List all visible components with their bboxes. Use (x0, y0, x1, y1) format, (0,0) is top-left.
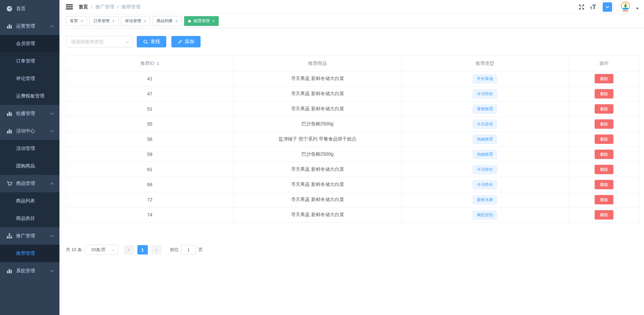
delete-button[interactable]: 删除 (595, 89, 613, 99)
chevron-down-icon (50, 112, 54, 115)
sidebar-item-label: 商品管理 (16, 181, 35, 187)
sidebar-item-label: 评论管理 (16, 76, 35, 82)
delete-button[interactable]: 删除 (595, 104, 613, 114)
column-header-action: 操作 (568, 56, 640, 71)
tab-comments[interactable]: 评论管理 × (121, 16, 150, 26)
main-area: 首页 / 推广管理 / 推荐管理 TT (59, 0, 644, 315)
sidebar-item-label: 商品列表 (16, 198, 35, 204)
sidebar-item-label: 首页 (16, 6, 26, 12)
close-icon[interactable]: × (212, 19, 215, 23)
sidebar-item-label: 轮播管理 (16, 111, 35, 117)
sidebar-item-products[interactable]: 商品管理 (0, 175, 59, 192)
breadcrumb-separator: / (117, 4, 119, 10)
cell-product: 巴沙鱼柳2500g (233, 117, 401, 132)
breadcrumb-promotion[interactable]: 推广管理 (95, 4, 114, 10)
chevron-down-icon (111, 249, 115, 251)
tab-recommend-manage[interactable]: 推荐管理 × (184, 16, 219, 26)
table-row: 72 寻天果蔬 新鲜冬储大白菜 新鲜水果 删除 (66, 192, 640, 207)
total-count: 共 10 条 (66, 247, 82, 253)
cell-id: 41 (66, 71, 233, 86)
delete-button[interactable]: 删除 (595, 134, 613, 144)
delete-button[interactable]: 删除 (595, 74, 613, 83)
layout-dropdown-button[interactable] (601, 1, 614, 13)
sidebar-item-activity-center[interactable]: 活动中心 (0, 122, 59, 140)
sidebar-item-product-category[interactable]: 商品类目 (0, 210, 59, 227)
chevron-up-icon (50, 235, 54, 237)
type-tag: 新鲜水果 (473, 195, 497, 204)
delete-button[interactable]: 删除 (595, 180, 613, 189)
type-tag: 今日特价 (473, 180, 497, 189)
sidebar-item-label: 运营管理 (16, 23, 35, 29)
sidebar-item-system[interactable]: 系统管理 (0, 262, 59, 280)
sidebar-item-promotion[interactable]: 推广管理 (0, 227, 59, 245)
topbar-actions: TT (578, 0, 639, 14)
chevron-down-icon (603, 2, 612, 12)
sidebar-item-recommend-manage[interactable]: 推荐管理 (0, 245, 59, 262)
sidebar-item-home[interactable]: 首页 (0, 0, 59, 17)
type-tag: 今日特价 (473, 89, 497, 99)
type-tag: 热销推荐 (473, 135, 497, 144)
avatar[interactable] (619, 0, 632, 14)
goto-page-input[interactable] (181, 245, 196, 254)
sidebar-item-members[interactable]: 会员管理 (0, 35, 59, 52)
tab-product-list[interactable]: 商品列表 × (153, 16, 182, 26)
type-tag: 热销推荐 (473, 150, 497, 159)
sidebar-item-label: 订单管理 (16, 58, 35, 64)
filter-toolbar: 查找 添加 (66, 36, 640, 47)
sidebar-item-group-buy[interactable]: 团购商品 (0, 157, 59, 175)
sort-icon[interactable] (157, 62, 159, 66)
tab-home[interactable]: 首页 × (66, 16, 87, 26)
close-icon[interactable]: × (144, 19, 146, 23)
table-row: 74 寻天果蔬 新鲜冬储大白菜 疯狂折扣 删除 (66, 207, 640, 223)
sidebar-item-freight-template[interactable]: 运费模板管理 (0, 87, 59, 105)
add-button[interactable]: 添加 (171, 36, 201, 47)
sidebar-item-comments[interactable]: 评论管理 (0, 70, 59, 87)
next-page-button[interactable] (151, 245, 162, 254)
close-icon[interactable]: × (175, 19, 178, 23)
fullscreen-icon[interactable] (578, 4, 585, 10)
delete-button[interactable]: 删除 (595, 119, 613, 129)
top-bar: 首页 / 推广管理 / 推荐管理 TT (59, 0, 644, 14)
sidebar-item-label: 活动管理 (16, 146, 35, 152)
table-row: 58 盐津铺子 焙宁系列 早餐食品饼干糕点 热销推荐 删除 (66, 132, 640, 147)
search-button[interactable]: 查找 (137, 36, 166, 47)
sidebar-item-operations[interactable]: 运营管理 (0, 17, 59, 35)
sidebar-item-product-list[interactable]: 商品列表 (0, 192, 59, 210)
dashboard-icon (6, 6, 12, 12)
page-size-select[interactable]: 20条/页 (85, 245, 118, 255)
delete-button[interactable]: 删除 (595, 165, 613, 174)
recommend-type-select-input[interactable] (66, 36, 133, 47)
breadcrumb-home[interactable]: 首页 (79, 4, 88, 10)
company-logo-icon (619, 1, 632, 13)
sidebar-item-activity-manage[interactable]: 活动管理 (0, 140, 59, 157)
prev-page-button[interactable] (124, 245, 134, 254)
hamburger-icon[interactable] (66, 4, 73, 9)
table-row: 61 寻天果蔬 新鲜冬储大白菜 今日特价 删除 (66, 162, 640, 177)
column-header-id: 推荐ID (66, 56, 233, 71)
cell-id: 51 (66, 102, 233, 117)
table-row: 68 寻天果蔬 新鲜冬储大白菜 今日特价 删除 (66, 177, 640, 192)
tab-orders[interactable]: 订单管理 × (89, 16, 119, 26)
table-row: 59 巴沙鱼柳2500g 热销推荐 删除 (66, 147, 640, 162)
cell-product: 寻天果蔬 新鲜冬储大白菜 (233, 177, 401, 192)
cell-product: 寻天果蔬 新鲜冬储大白菜 (233, 192, 401, 207)
close-icon[interactable]: × (81, 19, 83, 23)
type-tag: 今日特价 (473, 165, 497, 174)
cell-product: 寻天果蔬 新鲜冬储大白菜 (233, 162, 401, 177)
recommend-type-select[interactable] (66, 36, 133, 47)
column-header-product: 推荐商品 (233, 56, 401, 71)
sidebar-item-label: 活动中心 (16, 128, 35, 134)
delete-button[interactable]: 删除 (595, 210, 613, 220)
page-unit-label: 页 (199, 247, 203, 253)
delete-button[interactable]: 删除 (595, 150, 613, 159)
sidebar-item-label: 推广管理 (16, 233, 35, 239)
sidebar-item-carousel[interactable]: 轮播管理 (0, 105, 59, 122)
delete-button[interactable]: 删除 (595, 195, 613, 204)
caret-down-icon[interactable] (636, 8, 639, 9)
page-number-current[interactable]: 1 (137, 245, 148, 254)
sidebar-item-orders[interactable]: 订单管理 (0, 52, 59, 70)
close-icon[interactable]: × (112, 19, 115, 23)
bar-chart-icon (6, 111, 12, 117)
font-size-icon[interactable]: TT (590, 4, 596, 10)
bar-chart-icon (6, 23, 12, 29)
